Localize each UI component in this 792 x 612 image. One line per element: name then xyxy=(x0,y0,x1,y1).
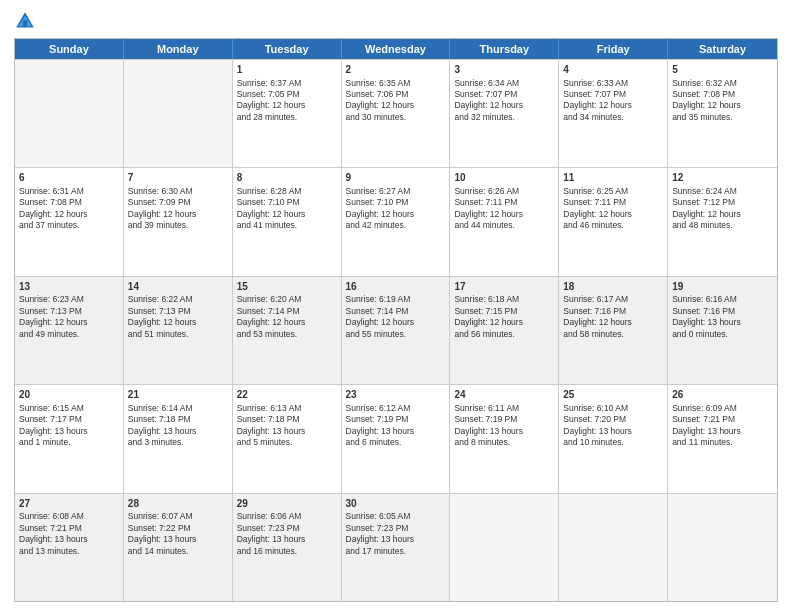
cell-line: Daylight: 12 hours xyxy=(128,209,228,220)
cell-line: Sunrise: 6:35 AM xyxy=(346,78,446,89)
cell-line: and 1 minute. xyxy=(19,437,119,448)
cell-line: Sunrise: 6:23 AM xyxy=(19,294,119,305)
cell-line: Sunset: 7:05 PM xyxy=(237,89,337,100)
cell-line: Daylight: 12 hours xyxy=(237,100,337,111)
cell-line: Sunrise: 6:20 AM xyxy=(237,294,337,305)
day-number: 15 xyxy=(237,280,337,294)
cell-line: Sunset: 7:14 PM xyxy=(237,306,337,317)
calendar-row: 20Sunrise: 6:15 AMSunset: 7:17 PMDayligh… xyxy=(15,384,777,492)
calendar-cell: 6Sunrise: 6:31 AMSunset: 7:08 PMDaylight… xyxy=(15,168,124,275)
cell-line: Sunset: 7:13 PM xyxy=(128,306,228,317)
cell-line: and 39 minutes. xyxy=(128,220,228,231)
cell-line: and 10 minutes. xyxy=(563,437,663,448)
calendar-cell: 9Sunrise: 6:27 AMSunset: 7:10 PMDaylight… xyxy=(342,168,451,275)
cell-line: and 46 minutes. xyxy=(563,220,663,231)
day-number: 11 xyxy=(563,171,663,185)
cell-line: Sunset: 7:21 PM xyxy=(19,523,119,534)
calendar-cell: 4Sunrise: 6:33 AMSunset: 7:07 PMDaylight… xyxy=(559,60,668,167)
day-number: 4 xyxy=(563,63,663,77)
cell-line: and 34 minutes. xyxy=(563,112,663,123)
cell-line: and 41 minutes. xyxy=(237,220,337,231)
cell-line: Sunset: 7:16 PM xyxy=(672,306,773,317)
cell-line: and 56 minutes. xyxy=(454,329,554,340)
cell-line: Sunset: 7:21 PM xyxy=(672,414,773,425)
cell-line: Sunrise: 6:26 AM xyxy=(454,186,554,197)
calendar-cell: 14Sunrise: 6:22 AMSunset: 7:13 PMDayligh… xyxy=(124,277,233,384)
weekday-header: Sunday xyxy=(15,39,124,59)
cell-line: Sunset: 7:13 PM xyxy=(19,306,119,317)
calendar-cell: 1Sunrise: 6:37 AMSunset: 7:05 PMDaylight… xyxy=(233,60,342,167)
calendar-row: 13Sunrise: 6:23 AMSunset: 7:13 PMDayligh… xyxy=(15,276,777,384)
cell-line: Sunrise: 6:30 AM xyxy=(128,186,228,197)
day-number: 3 xyxy=(454,63,554,77)
calendar-cell: 20Sunrise: 6:15 AMSunset: 7:17 PMDayligh… xyxy=(15,385,124,492)
cell-line: and 49 minutes. xyxy=(19,329,119,340)
calendar-body: 1Sunrise: 6:37 AMSunset: 7:05 PMDaylight… xyxy=(15,59,777,601)
cell-line: Sunrise: 6:33 AM xyxy=(563,78,663,89)
day-number: 25 xyxy=(563,388,663,402)
cell-line: Sunset: 7:07 PM xyxy=(563,89,663,100)
day-number: 16 xyxy=(346,280,446,294)
calendar-cell: 22Sunrise: 6:13 AMSunset: 7:18 PMDayligh… xyxy=(233,385,342,492)
cell-line: Sunset: 7:10 PM xyxy=(237,197,337,208)
day-number: 29 xyxy=(237,497,337,511)
cell-line: Sunset: 7:19 PM xyxy=(454,414,554,425)
cell-line: Sunrise: 6:06 AM xyxy=(237,511,337,522)
cell-line: Daylight: 12 hours xyxy=(563,100,663,111)
cell-line: Daylight: 12 hours xyxy=(454,209,554,220)
day-number: 17 xyxy=(454,280,554,294)
weekday-header: Thursday xyxy=(450,39,559,59)
cell-line: Daylight: 13 hours xyxy=(19,426,119,437)
cell-line: Daylight: 12 hours xyxy=(19,317,119,328)
day-number: 27 xyxy=(19,497,119,511)
cell-line: Sunrise: 6:07 AM xyxy=(128,511,228,522)
cell-line: and 48 minutes. xyxy=(672,220,773,231)
calendar-cell: 2Sunrise: 6:35 AMSunset: 7:06 PMDaylight… xyxy=(342,60,451,167)
cell-line: Daylight: 13 hours xyxy=(237,534,337,545)
cell-line: and 8 minutes. xyxy=(454,437,554,448)
calendar-cell: 23Sunrise: 6:12 AMSunset: 7:19 PMDayligh… xyxy=(342,385,451,492)
cell-line: Sunrise: 6:18 AM xyxy=(454,294,554,305)
cell-line: and 44 minutes. xyxy=(454,220,554,231)
weekday-header: Friday xyxy=(559,39,668,59)
cell-line: Daylight: 13 hours xyxy=(346,534,446,545)
cell-line: and 16 minutes. xyxy=(237,546,337,557)
cell-line: Daylight: 13 hours xyxy=(128,534,228,545)
cell-line: Daylight: 13 hours xyxy=(672,426,773,437)
cell-line: Sunset: 7:07 PM xyxy=(454,89,554,100)
cell-line: Daylight: 12 hours xyxy=(672,209,773,220)
cell-line: Sunrise: 6:12 AM xyxy=(346,403,446,414)
day-number: 28 xyxy=(128,497,228,511)
calendar-cell: 11Sunrise: 6:25 AMSunset: 7:11 PMDayligh… xyxy=(559,168,668,275)
calendar-cell: 13Sunrise: 6:23 AMSunset: 7:13 PMDayligh… xyxy=(15,277,124,384)
day-number: 13 xyxy=(19,280,119,294)
cell-line: Sunrise: 6:24 AM xyxy=(672,186,773,197)
cell-line: Sunrise: 6:05 AM xyxy=(346,511,446,522)
cell-line: Sunset: 7:15 PM xyxy=(454,306,554,317)
cell-line: Sunrise: 6:09 AM xyxy=(672,403,773,414)
calendar-cell: 21Sunrise: 6:14 AMSunset: 7:18 PMDayligh… xyxy=(124,385,233,492)
cell-line: and 6 minutes. xyxy=(346,437,446,448)
cell-line: Daylight: 13 hours xyxy=(563,426,663,437)
cell-line: Daylight: 13 hours xyxy=(19,534,119,545)
calendar-cell: 26Sunrise: 6:09 AMSunset: 7:21 PMDayligh… xyxy=(668,385,777,492)
weekday-header: Wednesday xyxy=(342,39,451,59)
cell-line: Sunset: 7:16 PM xyxy=(563,306,663,317)
calendar-cell: 24Sunrise: 6:11 AMSunset: 7:19 PMDayligh… xyxy=(450,385,559,492)
calendar-cell: 17Sunrise: 6:18 AMSunset: 7:15 PMDayligh… xyxy=(450,277,559,384)
calendar-cell: 3Sunrise: 6:34 AMSunset: 7:07 PMDaylight… xyxy=(450,60,559,167)
cell-line: Sunset: 7:06 PM xyxy=(346,89,446,100)
day-number: 30 xyxy=(346,497,446,511)
logo xyxy=(14,10,40,32)
calendar-cell: 25Sunrise: 6:10 AMSunset: 7:20 PMDayligh… xyxy=(559,385,668,492)
cell-line: Sunrise: 6:28 AM xyxy=(237,186,337,197)
cell-line: Sunset: 7:11 PM xyxy=(454,197,554,208)
cell-line: and 13 minutes. xyxy=(19,546,119,557)
calendar-cell xyxy=(668,494,777,601)
day-number: 23 xyxy=(346,388,446,402)
cell-line: Sunset: 7:09 PM xyxy=(128,197,228,208)
cell-line: Daylight: 13 hours xyxy=(454,426,554,437)
day-number: 22 xyxy=(237,388,337,402)
cell-line: Daylight: 12 hours xyxy=(454,100,554,111)
cell-line: and 0 minutes. xyxy=(672,329,773,340)
